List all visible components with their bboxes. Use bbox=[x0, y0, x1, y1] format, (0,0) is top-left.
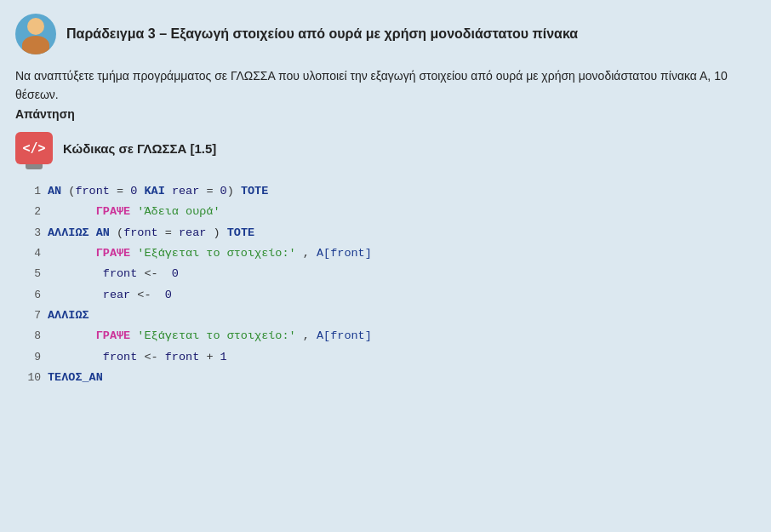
line-num-2: 2 bbox=[24, 202, 48, 221]
line-num-1: 1 bbox=[24, 181, 48, 201]
code-content-1: ΑΝ (front = 0 ΚΑΙ rear = 0) ΤΟΤΕ bbox=[48, 181, 756, 202]
code-line-1: 1 ΑΝ (front = 0 ΚΑΙ rear = 0) ΤΟΤΕ bbox=[24, 181, 756, 202]
code-section-header: </> Κώδικας σε ΓΛΩΣΣΑ [1.5] bbox=[15, 132, 756, 164]
code-line-4: 4 ΓΡΑΨΕ 'Εξάγεται το στοιχείο:' , A[fron… bbox=[24, 243, 756, 264]
line-num-6: 6 bbox=[24, 285, 48, 305]
line-num-4: 4 bbox=[24, 243, 48, 263]
main-container: Παράδειγμα 3 – Εξαγωγή στοιχείου από ουρ… bbox=[0, 0, 771, 410]
code-line-3: 3 ΑΛΛΙΩΣ ΑΝ (front = rear ) ΤΟΤΕ bbox=[24, 223, 756, 243]
code-icon: </> bbox=[22, 140, 45, 156]
avatar bbox=[15, 14, 56, 54]
line-num-8: 8 bbox=[24, 326, 48, 346]
code-content-2: ΓΡΑΨΕ 'Άδεια ουρά' bbox=[48, 202, 756, 222]
code-block: 1 ΑΝ (front = 0 ΚΑΙ rear = 0) ΤΟΤΕ 2 ΓΡΑ… bbox=[15, 173, 756, 397]
code-content-9: front <- front + 1 bbox=[48, 347, 756, 368]
description-text: Να αναπτύξετε τμήμα προγράμματος σε ΓΛΩΣ… bbox=[15, 69, 728, 101]
code-line-6: 6 rear <- 0 bbox=[24, 285, 756, 306]
answer-label: Απάντηση bbox=[15, 107, 75, 121]
code-line-2: 2 ΓΡΑΨΕ 'Άδεια ουρά' bbox=[24, 202, 756, 222]
avatar-head bbox=[27, 18, 44, 35]
code-line-9: 9 front <- front + 1 bbox=[24, 347, 756, 368]
code-content-4: ΓΡΑΨΕ 'Εξάγεται το στοιχείο:' , A[front] bbox=[48, 243, 756, 264]
code-content-7: ΑΛΛΙΩΣ bbox=[48, 306, 756, 326]
description: Να αναπτύξετε τμήμα προγράμματος σε ΓΛΩΣ… bbox=[15, 66, 756, 123]
code-line-10: 10 ΤΕΛΟΣ_ΑΝ bbox=[24, 368, 756, 388]
avatar-body bbox=[22, 36, 49, 54]
code-section-title: Κώδικας σε ΓΛΩΣΣΑ [1.5] bbox=[63, 141, 216, 156]
code-content-6: rear <- 0 bbox=[48, 285, 756, 306]
header-box: Παράδειγμα 3 – Εξαγωγή στοιχείου από ουρ… bbox=[15, 14, 756, 54]
code-line-8: 8 ΓΡΑΨΕ 'Εξάγεται το στοιχείο:' , A[fron… bbox=[24, 326, 756, 346]
code-content-3: ΑΛΛΙΩΣ ΑΝ (front = rear ) ΤΟΤΕ bbox=[48, 223, 756, 243]
code-content-10: ΤΕΛΟΣ_ΑΝ bbox=[48, 368, 756, 388]
line-num-5: 5 bbox=[24, 264, 48, 283]
code-content-5: front <- 0 bbox=[48, 264, 756, 284]
code-line-5: 5 front <- 0 bbox=[24, 264, 756, 284]
line-num-3: 3 bbox=[24, 223, 48, 243]
line-num-10: 10 bbox=[24, 368, 48, 387]
line-num-7: 7 bbox=[24, 306, 48, 325]
code-icon-box: </> bbox=[15, 132, 53, 164]
header-title: Παράδειγμα 3 – Εξαγωγή στοιχείου από ουρ… bbox=[66, 26, 578, 42]
code-line-7: 7 ΑΛΛΙΩΣ bbox=[24, 306, 756, 326]
code-content-8: ΓΡΑΨΕ 'Εξάγεται το στοιχείο:' , A[front] bbox=[48, 326, 756, 346]
line-num-9: 9 bbox=[24, 347, 48, 367]
